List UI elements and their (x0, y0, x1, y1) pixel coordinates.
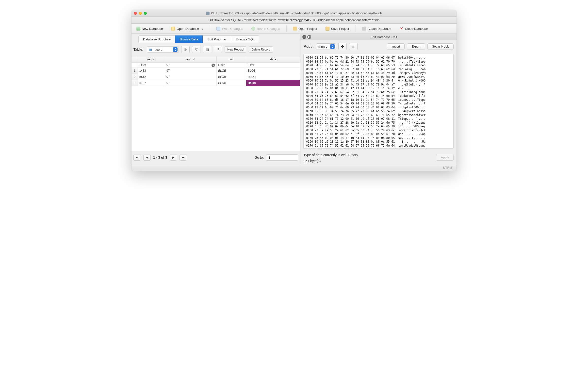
mode-select[interactable]: Binary ▴▾ (316, 43, 336, 50)
clear-filter-icon[interactable]: ✕ (212, 64, 215, 67)
clear-filters-button[interactable]: ▽ (192, 46, 200, 53)
column-data[interactable]: data (246, 56, 300, 63)
open-project-icon (293, 27, 297, 31)
funnel-icon: ▽ (195, 48, 198, 51)
minimize-window-button[interactable] (139, 12, 142, 15)
print-button[interactable]: ⎙ (214, 46, 222, 53)
titlebar: DB Browser for SQLite - /private/var/fol… (131, 10, 457, 17)
write-changes-icon (216, 27, 220, 31)
last-page-icon: ⏭ (182, 156, 185, 159)
export-button[interactable]: Export (407, 43, 425, 50)
new-database-button[interactable]: New Database (134, 26, 165, 32)
filter-row: ✕ (131, 63, 300, 68)
open-project-label: Open Project (298, 27, 317, 31)
filter-data[interactable] (248, 63, 298, 67)
last-page-button[interactable]: ⏭ (180, 154, 187, 161)
table-select-value: record (153, 48, 172, 51)
column-rec-id[interactable]: rec_id (138, 56, 165, 63)
table-row[interactable]: 3 5787 97 BLOB BLOB (131, 80, 300, 86)
right-pane: ✕ ◧ Edit Database Cell Mode: Binary ▴▾ ✣… (300, 34, 457, 164)
window-subtitle: DB Browser for SQLite - /private/var/fol… (131, 17, 457, 24)
grid-corner (131, 56, 138, 63)
indent-icon: ≣ (352, 45, 355, 49)
delete-record-button[interactable]: Delete Record (249, 46, 273, 53)
database-icon (206, 12, 210, 15)
main-toolbar: New Database Open Database⌄ Write Change… (131, 24, 457, 34)
hex-viewer[interactable]: 0000 62 70 6c 69 73 74 30 30 d7 01 02 03… (303, 54, 454, 149)
open-project-button[interactable]: Open Project (291, 26, 319, 32)
prev-page-icon: ◀ (146, 156, 148, 159)
first-page-button[interactable]: ⏮ (133, 154, 141, 161)
revert-changes-button[interactable]: Revert Changes (249, 26, 282, 32)
status-bar: UTF-8 (131, 164, 457, 171)
cell-data[interactable]: BLOB (246, 80, 300, 86)
prev-page-button[interactable]: ◀ (143, 154, 151, 161)
table-row[interactable]: 1 1433 97 BLOB BLOB (131, 68, 300, 74)
toolbar-separator (286, 25, 287, 32)
stepper-icon: ▴▾ (330, 44, 335, 49)
write-changes-button[interactable]: Write Changes (214, 26, 245, 32)
tab-bar: Database Structure Browse Data Edit Prag… (131, 34, 300, 43)
column-uuid[interactable]: uuid (217, 56, 246, 63)
tab-execute-sql[interactable]: Execute SQL (231, 35, 259, 43)
refresh-button[interactable]: ⟳ (181, 46, 190, 53)
new-record-button[interactable]: New Record (225, 46, 246, 53)
mode-select-value: Binary (318, 45, 329, 49)
new-database-label: New Database (142, 27, 163, 31)
window-title-text: DB Browser for SQLite - /private/var/fol… (211, 11, 382, 15)
refresh-icon: ⟳ (184, 48, 187, 51)
set-null-button[interactable]: Set as NULL (427, 43, 454, 50)
save-project-button[interactable]: Save Project (324, 26, 351, 32)
attach-database-icon (362, 27, 366, 31)
close-icon: ✕ (400, 27, 404, 31)
goto-label: Go to: (254, 155, 264, 159)
goto-input[interactable] (266, 154, 298, 161)
open-database-icon (171, 27, 175, 31)
tab-edit-pragmas[interactable]: Edit Pragmas (203, 35, 231, 43)
next-page-button[interactable]: ▶ (170, 154, 177, 161)
attach-database-button[interactable]: Attach Database (360, 26, 393, 32)
row-number: 2 (131, 74, 138, 80)
column-app-id[interactable]: app_id (165, 56, 217, 63)
grid-header: rec_id app_id uuid data (131, 56, 300, 63)
filter-app-id[interactable] (166, 63, 215, 67)
app-window: DB Browser for SQLite - /private/var/fol… (131, 10, 457, 171)
cell-rec-id[interactable]: 5787 (138, 80, 165, 86)
zoom-window-button[interactable] (144, 12, 147, 15)
apply-button[interactable]: Apply (436, 154, 454, 161)
filter-uuid[interactable] (218, 63, 245, 67)
tab-database-structure[interactable]: Database Structure (138, 35, 175, 43)
close-window-button[interactable] (134, 12, 137, 15)
cell-data[interactable]: BLOB (246, 74, 300, 80)
row-number: 1 (131, 68, 138, 74)
editor-panel-title: Edit Database Cell (313, 35, 455, 39)
data-grid: rec_id app_id uuid data ✕ 1 1433 97 BLO (131, 56, 300, 151)
cell-uuid[interactable]: BLOB (217, 74, 246, 80)
close-panel-icon[interactable]: ✕ (302, 35, 306, 39)
pager-info: 1 - 3 of 3 (153, 155, 167, 159)
tab-browse-data[interactable]: Browse Data (175, 35, 203, 43)
cell-app-id[interactable]: 97 (165, 74, 217, 80)
cell-data[interactable]: BLOB (246, 68, 300, 74)
open-database-button[interactable]: Open Database⌄ (169, 26, 205, 32)
cell-app-id[interactable]: 97 (165, 68, 217, 74)
save-table-button[interactable]: ▤ (203, 46, 211, 53)
autoswitch-button[interactable]: ✣ (338, 43, 347, 50)
write-changes-label: Write Changes (222, 27, 243, 31)
indent-button[interactable]: ≣ (349, 43, 358, 50)
revert-changes-icon (251, 27, 255, 31)
cell-app-id[interactable]: 97 (165, 80, 217, 86)
detach-panel-icon[interactable]: ◧ (307, 35, 311, 39)
attach-database-label: Attach Database (368, 27, 391, 31)
filter-rec-id[interactable] (139, 63, 163, 67)
table-row[interactable]: 2 5512 97 BLOB BLOB (131, 74, 300, 80)
table-select[interactable]: ▦ record ▴▾ (147, 46, 179, 53)
cell-uuid[interactable]: BLOB (217, 80, 246, 86)
cell-rec-id[interactable]: 1433 (138, 68, 165, 74)
filter-corner (131, 63, 138, 68)
cell-rec-id[interactable]: 5512 (138, 74, 165, 80)
cell-uuid[interactable]: BLOB (217, 68, 246, 74)
close-database-button[interactable]: ✕Close Database (398, 26, 430, 32)
import-button[interactable]: Import (387, 43, 405, 50)
main-split: Database Structure Browse Data Edit Prag… (131, 34, 457, 164)
